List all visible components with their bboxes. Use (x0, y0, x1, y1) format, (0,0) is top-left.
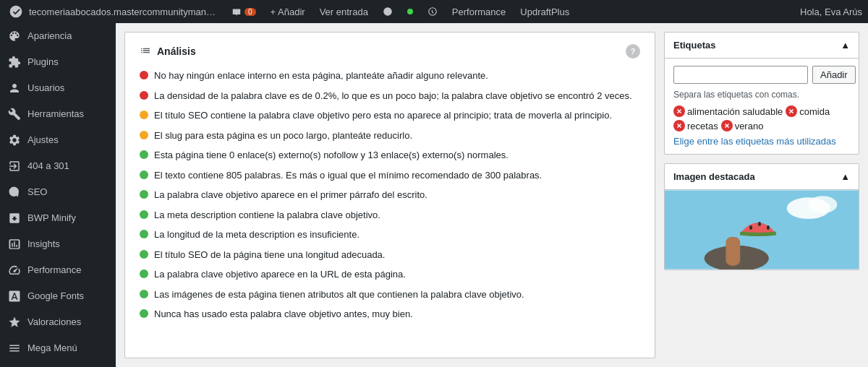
help-icon[interactable]: ? (626, 44, 640, 59)
sidebar-label-plugins: Plugins (27, 56, 59, 69)
sidebar-item-mega-menu[interactable]: Mega Menú (0, 335, 116, 361)
admin-bar-comments[interactable]: 0 (226, 7, 262, 17)
tags-widget-body: Añadir Separa las etiquetas con comas. a… (665, 59, 859, 154)
tag-chip: alimentación saludable (673, 105, 783, 117)
admin-bar-add[interactable]: + Añadir (265, 7, 311, 17)
analysis-item-text: La palabra clave objetivo aparece en el … (154, 188, 427, 202)
sidebar-item-performance[interactable]: Performance (0, 257, 116, 283)
sidebar-label-performance: Performance (27, 264, 81, 277)
analysis-dot-orange (140, 131, 148, 139)
tags-widget-header: Etiquetas ▲ (665, 33, 859, 59)
admin-bar-view[interactable]: Ver entrada (314, 7, 374, 17)
tags-widget-collapse-icon[interactable]: ▲ (841, 40, 850, 51)
sidebar-item-usuarios[interactable]: Usuarios (0, 75, 116, 101)
tag-remove-button[interactable] (786, 105, 797, 117)
tag-chip: verano (721, 120, 764, 131)
sidebar-item-apariencia[interactable]: Apariencia (0, 23, 116, 49)
svg-point-5 (749, 225, 752, 230)
sidebar-item-google-fonts[interactable]: Google Fonts (0, 283, 116, 309)
admin-bar-yoast-icon (377, 7, 399, 17)
seo-icon (7, 185, 22, 199)
svg-point-7 (767, 225, 770, 230)
featured-image-widget: Imagen destacada ▲ (664, 163, 859, 270)
analysis-item-text: El título SEO contiene la palabra clave … (154, 108, 612, 123)
analysis-item: La densidad de la palabra clave es de 0.… (140, 89, 640, 103)
palette-icon (7, 29, 22, 43)
wrench-icon (7, 107, 22, 121)
tag-label: comida (799, 106, 830, 117)
analysis-item-text: El título SEO de la página tiene una lon… (154, 248, 385, 262)
analysis-item: El título SEO contiene la palabra clave … (140, 108, 640, 123)
tag-label: alimentación saludable (687, 106, 783, 117)
sidebar-label-apariencia: Apariencia (27, 30, 72, 43)
analysis-title-text: Análisis (157, 46, 196, 57)
analysis-item: La palabra clave objetivo aparece en la … (140, 267, 640, 282)
redirect-icon (7, 159, 22, 173)
analysis-item: La palabra clave objetivo aparece en el … (140, 188, 640, 202)
wp-logo[interactable] (6, 1, 26, 22)
analysis-dot-orange (140, 111, 148, 119)
analysis-dot-green (140, 250, 148, 259)
speed-icon (7, 263, 22, 277)
sidebar-item-insights[interactable]: Insights (0, 231, 116, 257)
analysis-item: No hay ningún enlace interno en esta pág… (140, 69, 640, 83)
analysis-list: No hay ningún enlace interno en esta pág… (140, 69, 640, 321)
tags-widget: Etiquetas ▲ Añadir Separa las etiquetas … (664, 32, 859, 155)
analysis-item-text: Esta página tiene 0 enlace(s) externo(s)… (154, 148, 509, 163)
analysis-dot-green (140, 309, 148, 318)
tags-row: alimentación saludablecomidarecetasveran… (673, 105, 850, 131)
analysis-item: La longitud de la meta description es in… (140, 228, 640, 242)
tag-chip: comida (786, 105, 830, 117)
featured-image-collapse-icon[interactable]: ▲ (841, 171, 850, 182)
sidebar-label-herramientas: Herramientas (27, 108, 84, 121)
sidebar-item-plugins[interactable]: Plugins (0, 49, 116, 75)
admin-bar-performance-icon[interactable] (422, 7, 443, 17)
analysis-item-text: La longitud de la meta description es in… (154, 228, 359, 242)
analysis-item-text: El slug para esta página es un poco larg… (154, 129, 412, 143)
analysis-item-text: La meta description contiene la palabra … (154, 208, 380, 223)
admin-bar-site[interactable]: tecomeriaabocados.mastercommunitymanagem… (29, 7, 217, 17)
analysis-item: El título SEO de la página tiene una lon… (140, 248, 640, 262)
analysis-dot-green (140, 230, 148, 238)
admin-bar-performance[interactable]: Performance (446, 7, 511, 17)
sidebar-label-mega-menu: Mega Menú (27, 342, 77, 355)
analysis-item: Esta página tiene 0 enlace(s) externo(s)… (140, 148, 640, 163)
tag-add-button[interactable]: Añadir (812, 66, 856, 84)
analysis-item-text: Nunca has usado esta palabra clave objet… (154, 307, 413, 321)
analysis-item-text: La densidad de la palabra clave es de 0.… (154, 89, 632, 103)
svg-rect-4 (726, 237, 740, 266)
analysis-dot-green (140, 269, 148, 278)
star-icon (7, 315, 22, 329)
sidebar-label-404-301: 404 a 301 (27, 160, 69, 173)
tag-input-row: Añadir (673, 66, 850, 84)
sidebar-item-seo[interactable]: SEO (0, 179, 116, 205)
sidebar-item-ajustes[interactable]: Ajustes (0, 127, 116, 153)
analysis-dot-green (140, 290, 148, 298)
tag-popular-link[interactable]: Elige entre las etiquetas más utilizadas (673, 136, 836, 147)
featured-image-title: Imagen destacada (673, 171, 755, 182)
tag-remove-button[interactable] (721, 120, 733, 131)
tag-remove-button[interactable] (673, 120, 685, 131)
sidebar-label-google-fonts: Google Fonts (27, 290, 84, 303)
analysis-dot-green (140, 170, 148, 179)
svg-point-6 (758, 222, 761, 226)
tag-remove-button[interactable] (673, 105, 685, 117)
list-icon (140, 45, 151, 59)
sidebar-item-404-301[interactable]: 404 a 301 (0, 153, 116, 179)
sidebar-label-insights: Insights (27, 238, 60, 251)
tag-label: recetas (687, 121, 718, 131)
admin-bar-updraft[interactable]: UpdraftPlus (514, 7, 575, 17)
sidebar-item-valoraciones[interactable]: Valoraciones (0, 309, 116, 335)
sidebar: Apariencia Plugins Usuarios Herramientas… (0, 23, 116, 367)
sidebar-item-herramientas[interactable]: Herramientas (0, 101, 116, 127)
analysis-item-text: No hay ningún enlace interno en esta pág… (154, 69, 488, 83)
sidebar-label-bwp-minify: BWP Minify (27, 212, 76, 225)
sidebar-item-bwp-minify[interactable]: BWP Minify (0, 205, 116, 231)
chart-icon (7, 237, 22, 251)
gear-icon (7, 133, 22, 147)
user-icon (7, 81, 22, 95)
sidebar-label-usuarios: Usuarios (27, 82, 64, 95)
admin-bar-greeting: Hola, Eva Arús (800, 7, 862, 17)
tag-input[interactable] (673, 66, 808, 84)
admin-bar: tecomeriaabocados.mastercommunitymanagem… (0, 0, 868, 23)
